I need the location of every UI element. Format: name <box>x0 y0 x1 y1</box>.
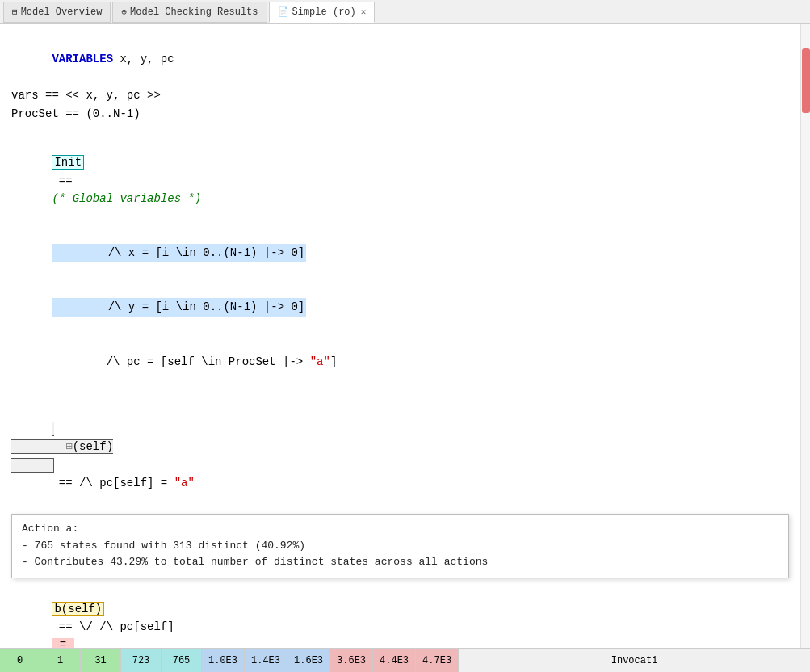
code-panel: VARIABLES x, y, pc vars == << x, y, pc >… <box>0 24 800 648</box>
tab-model-checking[interactable]: ⊕ Model Checking Results <box>112 2 267 23</box>
tab-model-overview[interactable]: ⊞ Model Overview <box>3 2 111 23</box>
tooltip-line1: - 765 states found with 313 distinct (40… <box>22 538 779 555</box>
model-overview-icon: ⊞ <box>12 6 18 17</box>
line-b1: b(self) == \/ /\ pc[self] = "b" <box>11 582 789 648</box>
scrollbar[interactable] <box>800 24 810 648</box>
status-cell-0: 0 <box>0 649 40 672</box>
line-init: Init == (* Global variables *) <box>11 136 789 226</box>
init-comment: (* Global variables *) <box>52 192 201 205</box>
status-cell-723: 723 <box>121 649 162 672</box>
init-box: Init <box>52 155 84 170</box>
tooltip-popup: Action a: - 765 states found with 313 di… <box>11 514 789 578</box>
tab-simple-ro-label: Simple (ro) <box>292 6 356 18</box>
init-x-highlight: /\ x = [i \in 0..(N-1) |-> 0] <box>52 244 306 262</box>
line-procset: ProcSet == (0..N-1) <box>11 105 789 123</box>
tab-model-overview-label: Model Overview <box>21 6 103 18</box>
line-variables: VARIABLES x, y, pc <box>11 32 789 86</box>
status-cell-47e3: 4.7E3 <box>416 649 459 672</box>
simple-ro-icon: 📄 <box>278 6 289 17</box>
tab-simple-ro[interactable]: 📄 Simple (ro) ✕ <box>269 2 376 23</box>
model-checking-icon: ⊕ <box>121 6 127 17</box>
status-cell-765: 765 <box>162 649 202 672</box>
tab-model-checking-label: Model Checking Results <box>130 6 258 18</box>
close-tab-button[interactable]: ✕ <box>361 6 367 17</box>
status-bar: 0 1 31 723 765 1.0E3 1.4E3 1.6E3 3.6E3 4… <box>0 648 810 672</box>
status-cell-16e3: 1.6E3 <box>287 649 330 672</box>
status-cell-44e3: 4.4E3 <box>373 649 416 672</box>
action-a-box: ⊞(self) <box>11 422 113 472</box>
tab-bar: ⊞ Model Overview ⊕ Model Checking Result… <box>0 0 810 24</box>
line-init-x: /\ x = [i \in 0..(N-1) |-> 0] <box>11 226 789 280</box>
status-cell-1e3: 1.0E3 <box>202 649 245 672</box>
b-self-box: b(self) <box>52 602 104 616</box>
gap1 <box>11 123 789 136</box>
tooltip-line2: - Contributes 43.29% to total number of … <box>22 554 779 571</box>
b-eq-highlight: = <box>52 638 73 648</box>
line-action-a: ⊞(self) == /\ pc[self] = "a" <box>11 401 789 510</box>
line-init-pc: /\ pc = [self \in ProcSet |-> "a"] <box>11 334 789 388</box>
init-y-highlight: /\ y = [i \in 0..(N-1) |-> 0] <box>52 298 306 316</box>
scrollbar-thumb[interactable] <box>802 48 810 113</box>
status-cell-14e3: 1.4E3 <box>245 649 287 672</box>
gap2 <box>11 388 789 401</box>
keyword-variables: VARIABLES <box>52 52 113 65</box>
tooltip-title: Action a: <box>22 521 779 538</box>
status-cell-31: 31 <box>81 649 121 672</box>
line-init-y: /\ y = [i \in 0..(N-1) |-> 0] <box>11 280 789 334</box>
editor-area: VARIABLES x, y, pc vars == << x, y, pc >… <box>0 24 810 648</box>
status-cell-invocati: Invocati <box>459 649 810 672</box>
status-cell-1: 1 <box>40 649 81 672</box>
status-cell-36e3: 3.6E3 <box>330 649 373 672</box>
line-vars: vars == << x, y, pc >> <box>11 86 789 104</box>
